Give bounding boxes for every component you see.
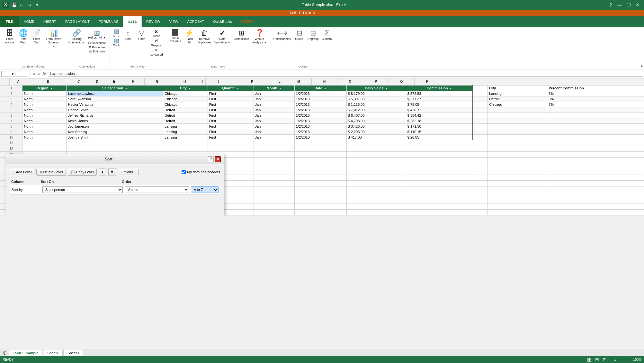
sort-column-select[interactable]: Salesperson Region City Quarter Month Da… [42,186,123,193]
existing-connections-label: ExistingConnections [68,37,85,44]
page-layout-view-btn[interactable]: ⊞ [595,357,599,362]
sort-btn[interactable]: ↕ Sort [121,29,134,52]
edit-links-btn[interactable]: 🔗 Edit Links [86,50,108,53]
ribbon-group-outline: ⟷ Relationships ⊟ Group ⊞ Ungroup Σ Subt… [270,28,336,69]
refresh-all-btn[interactable]: 🔄 Refresh All ▼ [86,29,108,41]
ungroup-label: Ungroup [308,37,319,41]
minimize-btn[interactable]: — [616,1,623,9]
tab-home[interactable]: HOME [19,16,39,27]
sort-dialog-help-btn[interactable]: ? [208,156,214,162]
group-btn[interactable]: ⊟ Group [293,29,306,52]
reapply-icon: ↺ [155,39,158,43]
sort-column-headers: Column Sort On Order [10,180,220,184]
close-btn[interactable]: ✕ [634,1,641,9]
consolidate-btn[interactable]: ⊞ Consolidate [232,29,250,52]
move-down-btn[interactable]: ▼ [108,168,116,176]
help-btn[interactable]: ? [607,1,614,9]
reapply-btn[interactable]: ↺ Reapply [148,38,164,47]
subtotal-btn[interactable]: Σ Subtotal [320,29,334,52]
page-break-view-btn[interactable]: ⊡ [603,357,607,362]
insert-sheet-btn[interactable]: ⊕ [1,350,8,356]
what-if-btn[interactable]: ❓ What-IfAnalysis ▼ [251,29,268,52]
insert-function-icon[interactable]: fx [43,71,46,76]
normal-view-btn[interactable]: ▦ [587,357,591,362]
copy-level-btn[interactable]: 📋 Copy Level [68,169,97,176]
zoom-slider[interactable]: —⊙———— [611,358,629,361]
sort-dialog-title-text: Sort [9,157,208,161]
sort-header-order: Order [122,180,186,184]
sort-za-btn[interactable]: 🔢 Z→A [112,38,121,47]
text-to-columns-btn[interactable]: ⬛ Text toColumns [168,29,182,52]
data-validation-btn[interactable]: ✔ DataValidation ▼ [213,29,232,52]
tab-view[interactable]: VIEW [165,16,183,27]
redo-quick-btn[interactable]: ↪ [26,1,33,8]
move-up-btn[interactable]: ▲ [99,168,106,176]
tab-formulas[interactable]: FORMULAS [94,16,123,27]
existing-connections-btn[interactable]: 🔗 ExistingConnections [67,29,86,52]
from-other-sources-btn[interactable]: 📊 From OtherSources ▼ [44,29,63,52]
filter-btn[interactable]: ▽ Filter [135,29,148,52]
ungroup-btn[interactable]: ⊞ Ungroup [306,29,320,52]
sort-dialog-close-btn[interactable]: ✕ [215,156,221,162]
quick-access-toolbar: X 💾 ↩ ↪ ▼ [3,1,41,8]
filter-icon: ▽ [139,30,144,37]
tab-insert[interactable]: INSERT [39,16,61,27]
consolidate-label: Consolidate [234,37,249,41]
sheet-tab-table1[interactable]: Table1_Sample [9,350,42,356]
ribbon-group-connections: 🔗 ExistingConnections 🔄 Refresh All ▼ ≡ … [65,28,110,69]
formula-input[interactable] [49,71,643,77]
tab-file[interactable]: FILE [0,16,19,27]
sort-options-btn[interactable]: Options... [118,169,139,175]
from-access-btn[interactable]: 🗄 FromAccess [3,29,16,52]
tab-quickbooks[interactable]: QuickBooks [209,16,237,27]
sort-filter-group-label: Sort & Filter [110,65,166,68]
sort-az-btn[interactable]: 🔡 A→Z [112,29,121,38]
tab-review[interactable]: REVIEW [142,16,165,27]
filter-label: Filter [138,37,145,41]
formula-bar: B2 ✕ ✓ fx [0,69,644,78]
delete-level-btn[interactable]: ✕ Delete Level [36,169,66,176]
edit-links-label: 🔗 Edit Links [89,50,106,53]
tab-acrobat[interactable]: ACROBAT [183,16,209,27]
tab-data[interactable]: DATA [123,16,142,27]
formula-bar-divider [30,71,30,77]
my-data-has-headers-checkbox[interactable] [182,170,186,174]
relationships-btn[interactable]: ⟷ Relationships [272,29,292,52]
flash-fill-btn[interactable]: ⚡ FlashFill [183,29,196,52]
sort-on-select[interactable]: Values Cell Color Font Color Cell Icon [125,186,189,193]
enter-formula-icon[interactable]: ✓ [38,71,41,77]
from-text-btn[interactable]: 📄 FromText [30,29,43,52]
ungroup-icon: ⊞ [310,30,316,37]
remove-duplicates-icon: 🗑 [201,30,208,37]
undo-quick-btn[interactable]: ↩ [18,1,25,8]
save-quick-btn[interactable]: 💾 [11,1,18,8]
cancel-formula-icon[interactable]: ✕ [32,71,36,77]
my-data-has-headers-text: My data has headers [187,170,220,174]
quick-access-dropdown[interactable]: ▼ [34,1,41,8]
cell-reference-box[interactable]: B2 [1,71,27,77]
properties-btn[interactable]: ⚙ Properties [86,45,108,49]
sort-row: Sort by Salesperson Region City Quarter … [10,185,220,195]
connections-label: ≡ Connections [88,41,106,45]
tab-page-layout[interactable]: PAGE LAYOUT [61,16,94,27]
sort-dialog-title[interactable]: Sort ? ✕ [6,154,224,164]
add-level-btn[interactable]: + Add Level [10,169,34,175]
restore-btn[interactable]: ❐ [625,1,632,9]
from-web-btn[interactable]: 🌐 FromWeb [17,29,30,52]
main-content: A B C D E F G H I J K L M N O P Q R [0,78,644,215]
connections-btn[interactable]: ≡ Connections [86,41,108,45]
status-ready: READY [3,358,13,361]
from-text-icon: 📄 [32,30,41,37]
copy-level-label: Copy Level [76,170,94,174]
clear-btn[interactable]: ✖ Clear [148,29,164,38]
subtotal-icon: Σ [325,30,329,37]
tab-design[interactable]: DESIGN [237,16,259,27]
collapse-ribbon-btn[interactable]: ▲ [640,63,644,68]
sheet-tab-3[interactable]: Sheet3 [63,350,83,356]
remove-duplicates-btn[interactable]: 🗑 RemoveDuplicates [196,29,212,52]
from-access-label: FromAccess [5,37,14,44]
advanced-btn[interactable]: ≡ Advanced [148,48,164,57]
sort-order-select[interactable]: A to Z Z to A Custom List... [191,186,219,193]
sheet-tab-2[interactable]: Sheet2 [43,350,63,356]
sort-label: Sort [125,37,131,41]
